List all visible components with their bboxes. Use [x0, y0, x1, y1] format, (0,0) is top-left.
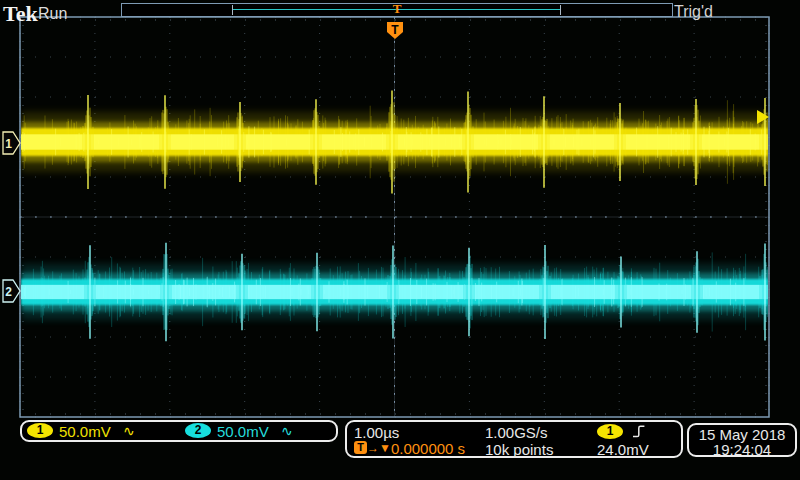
channel-readout-box: 1 50.0mV ∿ 2 50.0mV ∿ — [20, 420, 338, 442]
trigger-position-marker: T — [387, 22, 403, 39]
ch1-position-marker: 1 — [3, 132, 20, 154]
trigger-delay-readout: T→▼0.000000 s — [354, 441, 465, 456]
horizontal-trigger-readout-box: 1.00µs 1.00GS/s 1 T→▼0.000000 s 10k poin… — [345, 420, 683, 458]
timebase-scale: 1.00µs — [354, 425, 399, 440]
ch1-badge: 1 — [27, 423, 53, 438]
trigger-arrow-icon: → — [367, 441, 379, 455]
svg-text:T: T — [391, 23, 399, 37]
svg-text:2: 2 — [5, 285, 12, 299]
sample-rate: 1.00GS/s — [485, 425, 548, 440]
trigger-delay-icon: ▼ — [379, 441, 391, 455]
oscilloscope-screen: 12T Tek Run Trig'd T 1 50.0mV ∿ 2 50.0mV… — [0, 0, 800, 480]
ch2-badge: 2 — [185, 423, 211, 438]
trigger-level: 24.0mV — [597, 442, 649, 457]
ch1-ac-coupling-icon: ∿ — [123, 424, 135, 439]
date-label: 15 May 2018 — [689, 427, 795, 442]
graticule — [20, 17, 769, 417]
waveform-ch2 — [21, 243, 770, 342]
trigger-status: Trig'd — [674, 3, 713, 21]
waveform-area — [21, 91, 770, 342]
rising-edge-icon — [631, 423, 647, 439]
ch2-scale: 50.0mV — [217, 424, 269, 439]
scope-display: 12T — [0, 0, 800, 480]
time-label: 19:24:04 — [689, 442, 795, 457]
acquisition-status: Run — [38, 5, 67, 23]
ch2-ac-coupling-icon: ∿ — [281, 424, 293, 439]
record-length: 10k points — [485, 442, 553, 457]
svg-text:1: 1 — [5, 137, 12, 151]
record-view-bar: T — [121, 3, 673, 17]
datetime-box: 15 May 2018 19:24:04 — [687, 423, 797, 457]
tek-logo: Tek — [3, 1, 38, 27]
ch2-position-marker: 2 — [3, 280, 20, 302]
record-window-right-bracket — [560, 5, 561, 15]
record-trigger-marker-icon: T — [388, 1, 406, 17]
record-window-left-bracket — [232, 5, 233, 15]
waveform-ch1 — [21, 91, 770, 194]
trigger-delay-value: 0.000000 s — [391, 440, 465, 457]
ch1-scale: 50.0mV — [59, 424, 111, 439]
trigger-t-icon: T — [354, 441, 367, 454]
trigger-source-badge: 1 — [597, 424, 623, 439]
